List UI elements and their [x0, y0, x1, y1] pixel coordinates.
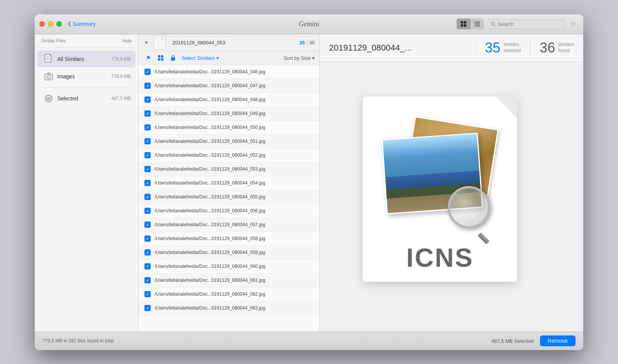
file-checkbox-5[interactable]: [144, 138, 151, 144]
collapse-button[interactable]: [143, 39, 151, 46]
search-icon: [491, 22, 496, 27]
svg-rect-20: [161, 58, 163, 61]
list-item[interactable]: /Users/tetianaleheida/Doc...0191129_0800…: [138, 93, 319, 107]
list-item[interactable]: /Users/tetianaleheida/Doc...0191129_0800…: [138, 79, 319, 93]
count-total: 36: [309, 40, 315, 46]
file-path-0: /Users/tetianaleheida/Doc...0191129_0800…: [154, 69, 313, 74]
list-item[interactable]: /Users/tetianaleheida/Doc...0191129_0800…: [138, 65, 319, 79]
svg-marker-16: [145, 41, 148, 44]
list-item[interactable]: /Users/tetianaleheida/Doc...0191129_0800…: [138, 232, 319, 246]
select-similars-button[interactable]: Select Similars ▾: [182, 55, 219, 61]
list-item[interactable]: /Users/tetianaleheida/Doc...0191129_0800…: [138, 163, 319, 176]
sidebar-item-selected[interactable]: Selected 487,5 MB: [37, 90, 136, 107]
list-item[interactable]: /Users/tetianaleheida/Doc...0191129_0800…: [138, 121, 319, 135]
icns-file-icon: ICNS: [363, 97, 540, 297]
grid-view-button[interactable]: [457, 19, 470, 29]
list-item[interactable]: /Users/tetianaleheida/Doc...0191129_0800…: [138, 149, 319, 163]
list-item[interactable]: /Users/tetianaleheida/Doc...0191129_0800…: [138, 135, 319, 149]
hide-button[interactable]: Hide: [122, 38, 132, 44]
images-label: Images: [57, 73, 111, 80]
titlebar-actions: ☆: [457, 19, 579, 29]
star-button[interactable]: ☆: [568, 19, 579, 29]
file-checkbox-2[interactable]: [144, 97, 151, 103]
file-checkbox-16[interactable]: [144, 291, 151, 297]
group-file-name: 20191129_080044_053: [172, 40, 296, 46]
list-item[interactable]: /Users/tetianaleheida/Doc...0191129_0800…: [138, 288, 319, 301]
minimize-button[interactable]: [48, 21, 53, 27]
count-divider: |: [306, 40, 307, 46]
list-item[interactable]: /Users/tetianaleheida/Doc...0191129_0800…: [138, 190, 319, 204]
main-content: Similar Files Hide All Similars: [35, 34, 583, 332]
list-item[interactable]: /Users/tetianaleheida/Doc...0191129_0800…: [138, 176, 319, 190]
table-button[interactable]: [155, 52, 166, 63]
back-button[interactable]: Summary: [68, 21, 96, 27]
similars-found-stat: 36 similarsfound: [530, 41, 574, 55]
list-item[interactable]: /Users/tetianaleheida/Doc...0191129_0800…: [138, 204, 319, 218]
list-item[interactable]: /Users/tetianaleheida/Doc...0191129_0800…: [138, 301, 319, 315]
file-checkbox-7[interactable]: [144, 166, 151, 172]
sidebar-item-all-similars[interactable]: All Similars 779,9 MB: [37, 51, 136, 68]
magnifier-circle: [448, 186, 490, 229]
selected-size-text: 487,5 MB Selected: [491, 338, 534, 344]
svg-rect-6: [475, 25, 480, 26]
file-checkbox-14[interactable]: [144, 263, 151, 269]
file-path-15: /Users/tetianaleheida/Doc...0191129_0800…: [154, 278, 313, 283]
sidebar-item-images[interactable]: Images 779,9 MB: [37, 68, 136, 85]
similars-selected-label: similarsselected: [504, 42, 521, 54]
grid-icon: [460, 21, 467, 27]
file-checkbox-13[interactable]: [144, 249, 151, 256]
traffic-lights: [39, 21, 62, 27]
file-checkbox-8[interactable]: [144, 180, 151, 186]
back-chevron-icon: [68, 21, 71, 27]
list-item[interactable]: /Users/tetianaleheida/Doc...0191129_0800…: [138, 246, 319, 260]
file-path-16: /Users/tetianaleheida/Doc...0191129_0800…: [154, 291, 313, 297]
file-checkbox-0[interactable]: [144, 69, 151, 75]
svg-rect-21: [171, 58, 175, 61]
preview-filename: 20191129_080044_...: [329, 43, 412, 53]
file-list: /Users/tetianaleheida/Doc...0191129_0800…: [138, 65, 319, 332]
file-checkbox-12[interactable]: [144, 235, 151, 242]
list-item[interactable]: /Users/tetianaleheida/Doc...0191129_0800…: [138, 260, 319, 274]
list-item[interactable]: /Users/tetianaleheida/Doc...0191129_0800…: [138, 107, 319, 121]
file-path-2: /Users/tetianaleheida/Doc...0191129_0800…: [154, 97, 313, 102]
list-item[interactable]: /Users/tetianaleheida/Doc...0191129_0800…: [138, 218, 319, 232]
svg-rect-12: [46, 59, 49, 60]
sort-by-size-button[interactable]: Sort by Size ▾: [284, 55, 315, 61]
images-size: 779,9 MB: [111, 74, 131, 79]
file-checkbox-15[interactable]: [144, 277, 151, 283]
sidebar: Similar Files Hide All Similars: [35, 34, 138, 332]
list-view-button[interactable]: [470, 19, 484, 29]
toolbar-icon-buttons: ⚑: [143, 52, 178, 63]
file-path-3: /Users/tetianaleheida/Doc...0191129_0800…: [154, 111, 313, 116]
magnifier-handle: [478, 232, 490, 244]
svg-rect-2: [461, 24, 463, 27]
file-checkbox-6[interactable]: [144, 152, 151, 158]
svg-rect-17: [158, 55, 160, 58]
remove-button[interactable]: Remove: [540, 335, 576, 346]
list-item[interactable]: /Users/tetianaleheida/Doc...0191129_0800…: [138, 274, 319, 288]
file-checkbox-3[interactable]: [144, 110, 151, 117]
similars-selected-stat: 35 similarsselected: [475, 41, 521, 55]
svg-rect-1: [464, 21, 466, 24]
lock-button[interactable]: [168, 52, 178, 63]
back-label: Summary: [73, 21, 96, 27]
close-button[interactable]: [39, 21, 45, 27]
file-checkbox-11[interactable]: [144, 222, 151, 228]
file-checkbox-17[interactable]: [144, 305, 151, 311]
file-checkbox-4[interactable]: [144, 124, 151, 130]
file-checkbox-10[interactable]: [144, 208, 151, 214]
svg-rect-0: [461, 21, 463, 24]
file-checkbox-9[interactable]: [144, 194, 151, 200]
file-checkbox-1[interactable]: [144, 83, 151, 89]
file-path-9: /Users/tetianaleheida/Doc...0191129_0800…: [154, 194, 313, 200]
maximize-button[interactable]: [56, 21, 62, 27]
search-box[interactable]: [487, 19, 565, 29]
all-similars-label: All Similars: [57, 56, 111, 62]
flag-button[interactable]: ⚑: [143, 52, 154, 63]
file-path-6: /Users/tetianaleheida/Doc...0191129_0800…: [154, 152, 313, 158]
svg-rect-10: [46, 57, 49, 58]
search-input[interactable]: [498, 21, 561, 27]
svg-point-7: [491, 22, 494, 25]
checkmark-circle-icon: [44, 94, 53, 103]
list-icon: [474, 21, 480, 27]
